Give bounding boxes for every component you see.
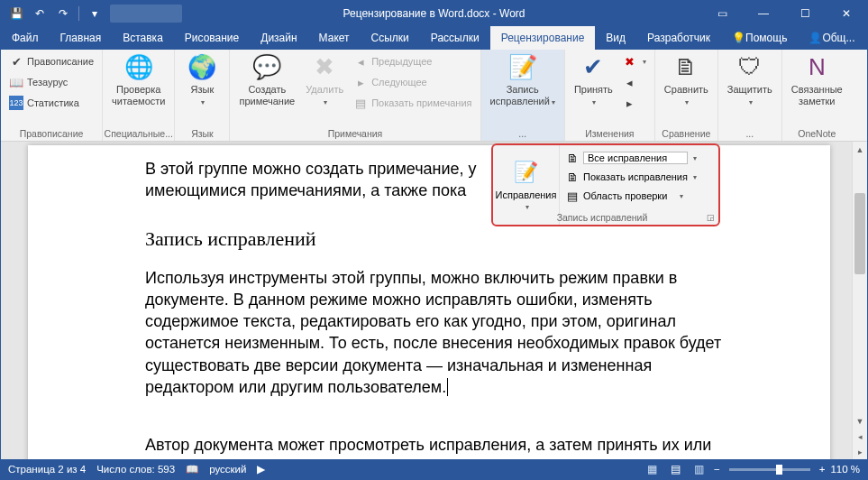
- paragraph: Автор документа может просмотреть исправ…: [145, 434, 740, 456]
- share-label: Общ...: [822, 32, 854, 44]
- tab-review[interactable]: Рецензирование: [490, 26, 596, 50]
- close-button[interactable]: ✕: [826, 1, 867, 26]
- display-for-review-dropdown[interactable]: 🗎Все исправления▾: [563, 149, 715, 167]
- dialog-launcher-icon[interactable]: ◲: [707, 213, 715, 222]
- reject-icon: ✖: [623, 54, 637, 69]
- tell-me-button[interactable]: 💡 Помощь: [721, 26, 798, 50]
- show-comments-label: Показать примечания: [371, 97, 471, 108]
- word-count-status[interactable]: Число слов: 593: [96, 464, 175, 475]
- prev-page-button[interactable]: ◂: [853, 429, 867, 444]
- paragraph: Используя инструменты этой группы, можно…: [145, 267, 740, 399]
- group-accessibility: 🌐 Проверка читаемости Специальные...: [103, 50, 175, 141]
- scroll-up-button[interactable]: ▲: [853, 142, 867, 157]
- linked-notes-button[interactable]: N Связанные заметки: [788, 51, 846, 108]
- read-mode-button[interactable]: ▦: [644, 461, 662, 477]
- compare-button[interactable]: 🗎 Сравнить▾: [661, 51, 712, 108]
- spelling-button[interactable]: ✔Правописание: [6, 51, 96, 71]
- tab-mailings[interactable]: Рассылки: [420, 26, 490, 50]
- language-status[interactable]: русский: [209, 464, 246, 475]
- accept-button[interactable]: ✔ Принять▾: [571, 51, 617, 108]
- spelling-label: Правописание: [27, 56, 94, 67]
- maximize-button[interactable]: ☐: [784, 1, 826, 26]
- scroll-down-button[interactable]: ▼: [853, 413, 867, 429]
- account-badge[interactable]: [110, 5, 182, 23]
- group-changes: ✔ Принять▾ ✖▾ ◂ ▸ Изменения: [565, 50, 655, 141]
- show-markup-dropdown[interactable]: 🗎Показать исправления▾: [563, 168, 715, 186]
- chevron-down-icon: ▾: [552, 98, 555, 106]
- group-protect: 🛡 Защитить▾ ...: [718, 50, 782, 141]
- customize-qat-button[interactable]: ▾: [85, 4, 105, 23]
- tab-view[interactable]: Вид: [595, 26, 636, 50]
- previous-label: Предыдущее: [371, 56, 432, 67]
- accessibility-label: Проверка читаемости: [112, 84, 165, 106]
- onenote-icon: N: [802, 53, 831, 82]
- chevron-down-icon: ▾: [201, 98, 205, 106]
- accept-label: Принять: [574, 84, 613, 95]
- undo-button[interactable]: ↶: [30, 4, 50, 23]
- reject-button[interactable]: ✖▾: [620, 51, 649, 71]
- tab-design[interactable]: Дизайн: [250, 26, 307, 50]
- language-button[interactable]: 🌍 Язык▾: [180, 51, 224, 108]
- spell-check-status[interactable]: 📖: [186, 463, 198, 475]
- thesaurus-icon: 📖: [9, 75, 23, 89]
- zoom-out-button[interactable]: −: [714, 464, 720, 475]
- check-accessibility-button[interactable]: 🌐 Проверка читаемости: [108, 51, 169, 108]
- reviewing-pane-icon: ▤: [565, 189, 580, 203]
- vertical-scrollbar[interactable]: ▲ ▼ ◂ ▸: [852, 142, 867, 459]
- scroll-thumb[interactable]: [854, 193, 865, 274]
- zoom-in-button[interactable]: +: [819, 464, 826, 475]
- save-button[interactable]: 💾: [6, 4, 26, 23]
- next-label: Следующее: [371, 77, 427, 88]
- track-changes-icon: 📝: [508, 53, 537, 82]
- previous-icon: ◂: [353, 54, 368, 69]
- tab-home[interactable]: Главная: [50, 26, 113, 50]
- track-changes-popup-label: Исправления: [496, 189, 557, 200]
- scroll-track[interactable]: [853, 157, 867, 413]
- zoom-thumb[interactable]: [776, 465, 782, 475]
- next-page-button[interactable]: ▸: [853, 444, 867, 459]
- tracking-group-label: Запись исправлений: [493, 212, 711, 223]
- heading: Запись исправлений: [145, 227, 740, 251]
- reviewing-pane-dropdown[interactable]: ▤Область проверки▾: [563, 187, 715, 205]
- next-change-button[interactable]: ▸: [620, 93, 649, 113]
- tell-me-label: Помощь: [745, 32, 787, 44]
- text-cursor: [447, 378, 448, 396]
- group-compare: 🗎 Сравнить▾ Сравнение: [655, 50, 718, 141]
- zoom-level[interactable]: 110 %: [830, 464, 860, 475]
- zoom-slider[interactable]: [729, 468, 810, 471]
- quick-access-toolbar: 💾 ↶ ↷ ▾: [1, 4, 110, 23]
- macro-status[interactable]: ▶: [257, 463, 265, 475]
- show-comments-button: ▤Показать примечания: [351, 93, 474, 113]
- tab-draw[interactable]: Рисование: [174, 26, 250, 50]
- word-count-button[interactable]: 123Статистика: [6, 93, 96, 113]
- redo-button[interactable]: ↷: [53, 4, 73, 23]
- protect-button[interactable]: 🛡 Защитить▾: [724, 51, 776, 108]
- minimize-button[interactable]: —: [743, 1, 784, 26]
- new-comment-button[interactable]: 💬 Создать примечание: [235, 51, 298, 108]
- window-controls: ▭ — ☐ ✕: [701, 1, 867, 26]
- thesaurus-button[interactable]: 📖Тезаурус: [6, 72, 96, 92]
- group-comments: 💬 Создать примечание ✖ Удалить▾ ◂Предыду…: [230, 50, 480, 141]
- group-language-label: Язык: [175, 128, 229, 139]
- track-changes-button[interactable]: 📝 Запись исправлений▾: [487, 51, 559, 108]
- tab-insert[interactable]: Вставка: [112, 26, 174, 50]
- chevron-down-icon: ▾: [693, 154, 697, 162]
- tab-layout[interactable]: Макет: [308, 26, 361, 50]
- web-layout-button[interactable]: ▥: [690, 461, 708, 477]
- tab-developer[interactable]: Разработчик: [636, 26, 721, 50]
- print-layout-button[interactable]: ▤: [667, 461, 685, 477]
- chevron-down-icon: ▾: [693, 173, 697, 181]
- spelling-icon: ✔: [9, 54, 23, 69]
- share-button[interactable]: 👤 Общ...: [798, 26, 867, 50]
- ribbon-options-button[interactable]: ▭: [701, 1, 743, 26]
- page-number-status[interactable]: Страница 2 из 4: [8, 464, 86, 475]
- group-tracking-label: ...: [481, 128, 564, 139]
- group-language: 🌍 Язык▾ Язык: [175, 50, 230, 141]
- tab-file[interactable]: Файл: [1, 26, 50, 50]
- tab-references[interactable]: Ссылки: [361, 26, 420, 50]
- protect-label: Защитить: [727, 84, 772, 95]
- show-markup-label: Показать исправления: [583, 171, 688, 182]
- chevron-down-icon: ▾: [749, 98, 753, 106]
- group-comments-label: Примечания: [230, 128, 480, 139]
- prev-change-button[interactable]: ◂: [620, 72, 649, 92]
